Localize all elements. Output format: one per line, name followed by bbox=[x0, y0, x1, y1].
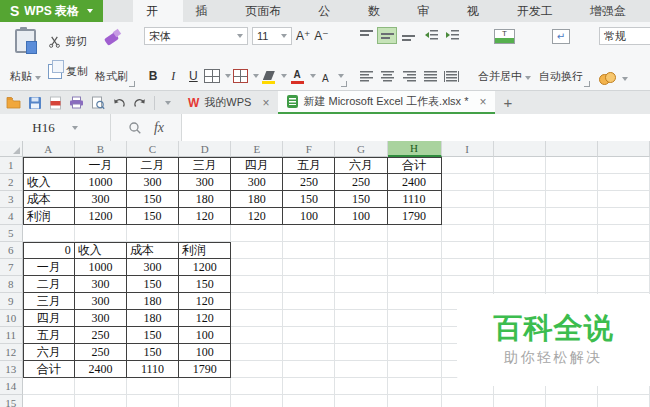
cell-B1[interactable]: 一月 bbox=[75, 157, 127, 174]
menu-tab-6[interactable]: 视图 bbox=[454, 0, 504, 22]
cell-A2[interactable]: 收入 bbox=[23, 174, 75, 191]
cell-E3[interactable]: 180 bbox=[231, 191, 283, 208]
cell-E11[interactable] bbox=[231, 327, 283, 344]
cell-C11[interactable]: 150 bbox=[127, 327, 179, 344]
cell-E12[interactable] bbox=[231, 344, 283, 361]
column-header-blank[interactable] bbox=[546, 141, 598, 157]
cell-G4[interactable]: 100 bbox=[335, 208, 387, 225]
cell-X3[interactable] bbox=[494, 191, 546, 208]
cell-E8[interactable] bbox=[231, 276, 283, 293]
column-header-C[interactable]: C bbox=[127, 141, 179, 157]
cell-X6[interactable] bbox=[546, 242, 598, 259]
cell-H8[interactable] bbox=[388, 276, 442, 293]
cell-C8[interactable]: 150 bbox=[127, 276, 179, 293]
document-tab-0[interactable]: W我的WPS× bbox=[179, 91, 278, 114]
cell-E14[interactable] bbox=[231, 378, 283, 395]
cell-I6[interactable] bbox=[442, 242, 494, 259]
cell-D6[interactable]: 利润 bbox=[179, 242, 231, 259]
redo-icon[interactable] bbox=[133, 97, 147, 109]
cell-D2[interactable]: 300 bbox=[179, 174, 231, 191]
cell-H14[interactable] bbox=[388, 378, 442, 395]
cell-H9[interactable] bbox=[388, 293, 442, 310]
column-header-I[interactable]: I bbox=[442, 141, 494, 157]
cell-C9[interactable]: 180 bbox=[127, 293, 179, 310]
format-painter-button[interactable]: 格式刷 bbox=[91, 26, 132, 87]
cell-X2[interactable] bbox=[546, 174, 598, 191]
copy-button[interactable]: 复制 bbox=[45, 63, 91, 80]
bold-button[interactable]: B bbox=[144, 67, 162, 85]
column-header-F[interactable]: F bbox=[283, 141, 335, 157]
merge-center-button[interactable]: T 合并居中 bbox=[474, 26, 535, 87]
font-dialog-launcher-icon[interactable] bbox=[341, 81, 347, 87]
cell-D4[interactable]: 120 bbox=[179, 208, 231, 225]
cell-H2[interactable]: 2400 bbox=[388, 174, 442, 191]
close-tab-icon[interactable]: × bbox=[479, 95, 486, 109]
row-header-6[interactable]: 6 bbox=[0, 242, 23, 259]
cell-I3[interactable] bbox=[442, 191, 494, 208]
cell-C12[interactable]: 150 bbox=[127, 344, 179, 361]
cell-E1[interactable]: 四月 bbox=[231, 157, 283, 174]
cell-B6[interactable]: 收入 bbox=[75, 242, 127, 259]
cell-E6[interactable] bbox=[231, 242, 283, 259]
underline-button[interactable]: U bbox=[184, 67, 202, 85]
phonetic-guide-button[interactable]: A bbox=[318, 68, 333, 84]
cell-I8[interactable] bbox=[442, 276, 494, 293]
cell-D13[interactable]: 1790 bbox=[179, 361, 231, 378]
decrease-indent-button[interactable] bbox=[421, 27, 441, 44]
cell-A5[interactable] bbox=[23, 225, 75, 242]
cell-F1[interactable]: 五月 bbox=[283, 157, 335, 174]
cell-E5[interactable] bbox=[231, 225, 283, 242]
cell-X4[interactable] bbox=[546, 208, 598, 225]
cell-G14[interactable] bbox=[335, 378, 387, 395]
column-header-A[interactable]: A bbox=[23, 141, 75, 157]
cell-H7[interactable] bbox=[388, 259, 442, 276]
new-tab-button[interactable]: + bbox=[495, 91, 520, 114]
cell-I4[interactable] bbox=[442, 208, 494, 225]
cell-B12[interactable]: 250 bbox=[75, 344, 127, 361]
column-header-D[interactable]: D bbox=[179, 141, 231, 157]
cell-X1[interactable] bbox=[546, 157, 598, 174]
chevron-down-icon[interactable] bbox=[622, 77, 628, 81]
align-bottom-button[interactable] bbox=[398, 27, 418, 44]
cell-X6[interactable] bbox=[598, 242, 650, 259]
menu-tab-2[interactable]: 页面布局 bbox=[232, 0, 305, 22]
menu-tab-0[interactable]: 开始 bbox=[133, 0, 183, 22]
cell-B2[interactable]: 1000 bbox=[75, 174, 127, 191]
cell-B5[interactable] bbox=[75, 225, 127, 242]
cell-E15[interactable] bbox=[231, 395, 283, 407]
cell-X2[interactable] bbox=[494, 174, 546, 191]
cell-F7[interactable] bbox=[283, 259, 335, 276]
cell-G10[interactable] bbox=[335, 310, 387, 327]
paste-button[interactable]: 粘贴 bbox=[6, 26, 45, 87]
currency-format-icon[interactable] bbox=[599, 72, 617, 85]
cell-X15[interactable] bbox=[598, 395, 650, 407]
row-header-3[interactable]: 3 bbox=[0, 191, 23, 208]
font-family-select[interactable]: 宋体 bbox=[144, 27, 248, 45]
row-header-8[interactable]: 8 bbox=[0, 276, 23, 293]
cell-B11[interactable]: 250 bbox=[75, 327, 127, 344]
cut-button[interactable]: 剪切 bbox=[45, 33, 91, 50]
cell-A6[interactable]: 0 bbox=[23, 242, 75, 259]
italic-button[interactable]: I bbox=[164, 67, 182, 85]
align-middle-button[interactable] bbox=[377, 27, 397, 44]
chevron-down-icon[interactable] bbox=[253, 74, 259, 78]
print-icon[interactable] bbox=[69, 96, 84, 109]
cell-E7[interactable] bbox=[231, 259, 283, 276]
number-format-select[interactable]: 常规 bbox=[599, 27, 650, 45]
draw-border-icon[interactable] bbox=[233, 69, 248, 83]
cell-A7[interactable]: 一月 bbox=[23, 259, 75, 276]
save-icon[interactable] bbox=[28, 96, 42, 110]
cell-H13[interactable] bbox=[388, 361, 442, 378]
cell-D1[interactable]: 三月 bbox=[179, 157, 231, 174]
cell-E4[interactable]: 120 bbox=[231, 208, 283, 225]
cell-B14[interactable] bbox=[75, 378, 127, 395]
row-header-14[interactable]: 14 bbox=[0, 378, 23, 395]
font-color-button[interactable]: A bbox=[289, 68, 304, 84]
cell-C6[interactable]: 成本 bbox=[127, 242, 179, 259]
cell-A4[interactable]: 利润 bbox=[23, 208, 75, 225]
cell-H3[interactable]: 1110 bbox=[388, 191, 442, 208]
cell-C1[interactable]: 二月 bbox=[127, 157, 179, 174]
cell-D11[interactable]: 100 bbox=[179, 327, 231, 344]
cell-X2[interactable] bbox=[598, 174, 650, 191]
cell-G15[interactable] bbox=[335, 395, 387, 407]
